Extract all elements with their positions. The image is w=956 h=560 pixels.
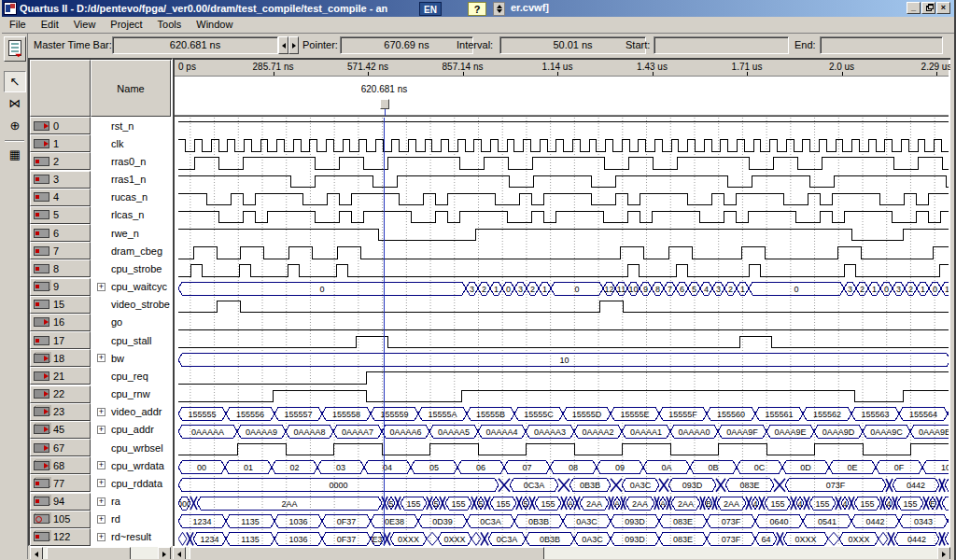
report-tool-button[interactable] [4,36,26,62]
expand-group-button[interactable]: + [97,479,105,487]
bus-value: 155 [406,499,420,509]
close-button[interactable]: × [936,2,950,14]
scroll-right-button[interactable] [937,547,950,560]
signal-id-cell[interactable]: 8 [30,259,91,277]
master-time-bar-field[interactable]: 620.681 ns [112,36,278,54]
signal-name-cell[interactable]: go [91,314,171,331]
master-time-cursor-handle[interactable] [380,99,389,109]
scrollbar-track[interactable] [186,547,937,559]
signal-name-cell[interactable]: +cpu_rddata [91,474,171,492]
start-field[interactable] [654,36,789,54]
expand-group-button[interactable]: + [97,426,105,434]
signal-name-cell[interactable]: cpu_wrbsel [91,439,171,456]
signal-id-cell[interactable]: 0 [30,117,91,134]
signal-name-cell[interactable]: cpu_rnw [91,385,171,403]
expand-group-button[interactable]: + [97,461,105,469]
menu-bar: File Edit View Project Tools Window [2,17,956,34]
timeline-header[interactable]: 0 ps285.71 ns571.42 ns857.14 ns1.14 us1.… [175,60,949,77]
menu-view[interactable]: View [66,17,104,33]
waveform-svg[interactable]: 0321032101211109876543210321032101101555… [178,118,949,548]
expand-group-button[interactable]: + [97,533,105,541]
snap-tool-button[interactable]: ⋈ [4,93,26,115]
signal-id-cell[interactable]: 94 [30,493,91,511]
signal-id-cell[interactable]: 22 [30,385,91,403]
spin-left-button[interactable] [278,36,288,54]
signal-name-cell[interactable]: clk [91,134,171,152]
menu-project[interactable]: Project [103,17,149,33]
signal-id-cell[interactable]: 15 [30,296,91,314]
menu-edit[interactable]: Edit [34,17,66,33]
scrollbar-thumb[interactable] [47,547,131,560]
signal-id-cell[interactable]: 3 [30,171,91,189]
name-panel-hscrollbar[interactable] [30,546,171,559]
signal-id-cell[interactable]: 1 [30,134,91,152]
zoom-tool-button[interactable]: ⊕ [4,116,26,137]
signal-id-cell[interactable]: 18 [30,349,91,367]
signal-id-cell[interactable]: 105 [30,511,91,528]
signal-name-cell[interactable]: +bw [91,349,171,367]
signal-id-cell[interactable]: 17 [30,331,91,349]
cursor-strip[interactable]: 620.681 ns [175,77,949,116]
bus-value: 0AAAA4 [485,427,517,437]
scroll-left-button[interactable] [30,547,43,560]
signal-name-cell[interactable]: video_strobe [91,296,171,314]
signal-name-cell[interactable]: rwe_n [91,224,171,242]
language-options-button[interactable] [493,2,505,16]
select-tool-button[interactable]: ↖ [4,71,26,92]
signal-name-cell[interactable]: rucas_n [91,189,171,206]
language-en-badge[interactable]: EN [419,2,442,16]
menu-file[interactable]: File [2,17,34,33]
signal-id-cell[interactable]: 16 [30,314,91,331]
signal-id-cell[interactable]: 5 [30,206,91,224]
expand-group-button[interactable]: + [97,354,105,362]
menu-window[interactable]: Window [189,17,240,33]
signal-id-cell[interactable]: 45 [30,421,91,439]
signal-name-cell[interactable]: +video_addr [91,403,171,421]
signal-name-cell[interactable]: +cpu_addr [91,421,171,439]
waveform-hscrollbar[interactable] [173,546,950,559]
signal-name-cell[interactable]: +rd~result [91,528,171,546]
minimize-button[interactable]: _ [907,2,921,14]
signal-name-cell[interactable]: cpu_req [91,367,171,385]
signal-name-cell[interactable]: rras1_n [91,171,171,189]
bus-value: 073F [826,481,846,490]
signal-name-cell[interactable]: +ra [91,493,171,511]
signal-id-cell[interactable]: 122 [30,528,91,546]
end-field[interactable] [820,36,943,54]
bus-value: 0AAA9C [870,427,903,437]
signal-name-cell[interactable]: rras0_n [91,152,171,170]
signal-id-cell[interactable]: 2 [30,152,91,170]
signal-id-cell[interactable]: 77 [30,474,91,492]
signal-name-cell[interactable]: +rd [91,511,171,528]
scroll-left-button[interactable] [173,547,186,560]
signal-name-cell[interactable]: +cpu_wrdata [91,456,171,474]
menu-tools[interactable]: Tools [150,17,190,33]
signal-id-cell[interactable]: 6 [30,224,91,242]
signal-id-cell[interactable]: 9 [30,278,91,296]
scrollbar-track[interactable] [43,547,158,559]
signal-name-cell[interactable]: dram_cbeg [91,242,171,259]
help-balloon-icon[interactable]: ? [468,2,486,16]
signal-name-cell[interactable]: cpu_strobe [91,259,171,277]
scroll-right-button[interactable] [158,547,171,560]
restore-button[interactable] [921,2,935,14]
signal-id-cell[interactable]: 23 [30,403,91,421]
signal-id-cell[interactable]: 67 [30,439,91,456]
expand-group-button[interactable]: + [97,497,105,506]
expand-group-button[interactable]: + [97,408,105,416]
signal-id-cell[interactable]: 68 [30,456,91,474]
bus-value: 15555B [476,410,505,419]
signal-id-cell[interactable]: 4 [30,189,91,206]
grid-tool-button[interactable]: ▦ [4,145,26,166]
signal-name-cell[interactable]: rlcas_n [91,206,171,224]
signal-id-cell[interactable]: 7 [30,242,91,259]
waveform-canvas[interactable]: 0321032101211109876543210321032101101555… [175,116,949,548]
signal-name-cell[interactable]: cpu_stall [91,331,171,349]
spin-right-button[interactable] [288,36,299,54]
signal-id-cell[interactable]: 21 [30,367,91,385]
scrollbar-thumb[interactable] [190,547,544,560]
expand-group-button[interactable]: + [97,515,105,524]
expand-group-button[interactable]: + [97,283,105,291]
signal-name-cell[interactable]: +cpu_waitcyc [91,278,171,296]
signal-name-cell[interactable]: rst_n [91,117,171,134]
